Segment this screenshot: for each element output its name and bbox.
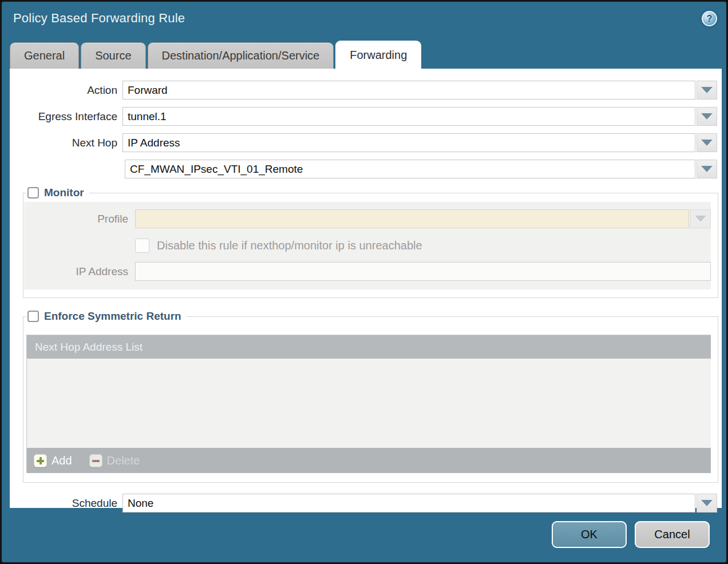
action-field[interactable]: Forward xyxy=(122,81,695,100)
tab-source[interactable]: Source xyxy=(81,42,145,69)
profile-label: Profile xyxy=(24,213,135,225)
egress-interface-field[interactable]: tunnel.1 xyxy=(122,107,695,126)
chevron-down-icon xyxy=(701,87,713,93)
cancel-button[interactable]: Cancel xyxy=(635,521,710,548)
next-hop-row: Next Hop IP Address xyxy=(10,133,717,152)
forwarding-tab-panel: Action Forward Egress Interface tunnel.1… xyxy=(10,69,722,508)
next-hop-type-field[interactable]: IP Address xyxy=(122,133,695,152)
schedule-field[interactable]: None xyxy=(122,494,695,513)
minus-icon xyxy=(89,454,102,467)
schedule-label: Schedule xyxy=(10,497,122,510)
monitor-ip-address-row: IP Address xyxy=(24,262,711,281)
chevron-down-icon xyxy=(701,500,713,506)
monitor-section: Monitor Profile Disable this rule if nex… xyxy=(23,186,718,298)
add-button-label: Add xyxy=(52,454,72,467)
disable-rule-checkbox[interactable] xyxy=(135,239,149,253)
tab-bar: General Source Destination/Application/S… xyxy=(2,41,726,69)
egress-interface-row: Egress Interface tunnel.1 xyxy=(10,107,717,126)
schedule-row: Schedule None xyxy=(10,494,717,513)
next-hop-dropdown-button[interactable] xyxy=(697,133,717,152)
delete-button-label: Delete xyxy=(107,454,140,467)
egress-interface-label: Egress Interface xyxy=(10,110,122,123)
profile-dropdown-button[interactable] xyxy=(690,209,711,228)
disable-rule-label: Disable this rule if nexthop/monitor ip … xyxy=(157,239,422,252)
tab-general[interactable]: General xyxy=(10,42,79,69)
monitor-legend: Monitor xyxy=(26,186,89,199)
monitor-ip-address-label: IP Address xyxy=(24,265,135,278)
monitor-checkbox[interactable] xyxy=(27,187,39,198)
schedule-dropdown-button[interactable] xyxy=(697,494,717,513)
profile-row: Profile xyxy=(24,209,711,228)
chevron-down-icon xyxy=(701,140,713,146)
delete-button[interactable]: Delete xyxy=(89,454,140,467)
action-row: Action Forward xyxy=(10,81,717,100)
profile-field[interactable] xyxy=(135,209,689,228)
next-hop-address-dropdown-button[interactable] xyxy=(697,160,717,178)
next-hop-address-list-header: Next Hop Address List xyxy=(27,335,711,359)
tab-destination-application-service[interactable]: Destination/Application/Service xyxy=(148,42,334,69)
add-button[interactable]: Add xyxy=(34,454,72,467)
next-hop-address-field[interactable]: CF_MWAN_IPsec_VTI_01_Remote xyxy=(125,160,695,178)
enforce-symmetric-return-legend-label: Enforce Symmetric Return xyxy=(44,310,181,323)
policy-based-forwarding-dialog: Policy Based Forwarding Rule ? General S… xyxy=(0,0,728,564)
next-hop-address-row: CF_MWAN_IPsec_VTI_01_Remote xyxy=(10,160,717,178)
egress-interface-dropdown-button[interactable] xyxy=(697,107,717,126)
chevron-down-icon xyxy=(695,216,706,222)
next-hop-address-list-toolbar: Add Delete xyxy=(27,448,711,473)
chevron-down-icon xyxy=(701,113,713,120)
monitor-legend-label: Monitor xyxy=(44,186,84,199)
enforce-symmetric-return-legend: Enforce Symmetric Return xyxy=(26,310,187,323)
tab-forwarding[interactable]: Forwarding xyxy=(335,41,421,69)
ok-button[interactable]: OK xyxy=(552,521,627,548)
disable-rule-row: Disable this rule if nexthop/monitor ip … xyxy=(135,238,711,253)
dialog-titlebar: Policy Based Forwarding Rule ? xyxy=(2,2,726,41)
enforce-symmetric-return-section: Enforce Symmetric Return Next Hop Addres… xyxy=(23,310,718,483)
monitor-panel: Profile Disable this rule if nexthop/mon… xyxy=(24,202,711,289)
plus-icon xyxy=(34,454,47,467)
enforce-symmetric-return-checkbox[interactable] xyxy=(27,311,39,322)
next-hop-label: Next Hop xyxy=(10,137,122,149)
chevron-down-icon xyxy=(701,166,713,172)
next-hop-address-list-body[interactable] xyxy=(27,359,711,448)
action-label: Action xyxy=(10,84,122,97)
action-dropdown-button[interactable] xyxy=(697,81,717,100)
monitor-ip-address-field[interactable] xyxy=(135,262,711,281)
next-hop-address-list-table: Next Hop Address List Add Delete xyxy=(26,335,711,473)
help-icon[interactable]: ? xyxy=(702,11,717,26)
dialog-title: Policy Based Forwarding Rule xyxy=(13,11,185,26)
dialog-footer: OK Cancel xyxy=(552,521,710,548)
